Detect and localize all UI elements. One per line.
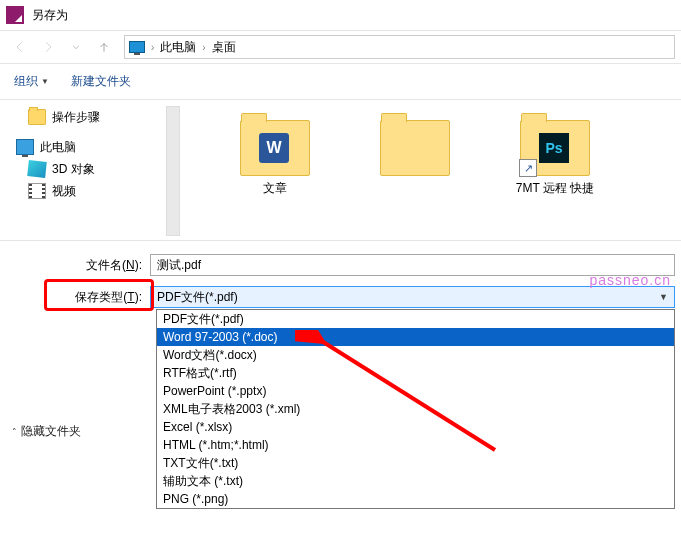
watermark: passneo.cn [589, 272, 671, 288]
tree-node-steps[interactable]: 操作步骤 [10, 106, 180, 128]
cube-icon [27, 160, 47, 178]
app-icon [6, 6, 24, 24]
shortcut-icon [519, 159, 537, 177]
option-rtf[interactable]: RTF格式(*.rtf) [157, 364, 674, 382]
folder-icon: Ps [520, 120, 590, 176]
folder-icon [28, 109, 46, 125]
tree-node-3d[interactable]: 3D 对象 [10, 158, 180, 180]
option-html[interactable]: HTML (*.htm;*.html) [157, 436, 674, 454]
back-button[interactable] [8, 35, 32, 59]
option-txt2[interactable]: 辅助文本 (*.txt) [157, 472, 674, 490]
option-txt[interactable]: TXT文件(*.txt) [157, 454, 674, 472]
film-icon [28, 183, 46, 199]
chevron-up-icon: ˄ [12, 427, 17, 437]
organize-button[interactable]: 组织▼ [14, 73, 49, 90]
folder-icon: W [240, 120, 310, 176]
tree-label: 此电脑 [40, 139, 76, 156]
option-png[interactable]: PNG (*.png) [157, 490, 674, 508]
savetype-value: PDF文件(*.pdf) [157, 289, 238, 306]
option-doc[interactable]: Word 97-2003 (*.doc) [157, 328, 674, 346]
pc-icon [16, 139, 34, 155]
folder-tree[interactable]: 操作步骤 此电脑 3D 对象 视频 [0, 100, 180, 240]
savetype-row: 保存类型(T): PDF文件(*.pdf) ▼ [0, 283, 675, 311]
tree-label: 视频 [52, 183, 76, 200]
window-title: 另存为 [32, 7, 68, 24]
chevron-right-icon: › [200, 42, 207, 53]
option-pptx[interactable]: PowerPoint (*.pptx) [157, 382, 674, 400]
fields-area: 文件名(N): 测试.pdf 保存类型(T): PDF文件(*.pdf) ▼ P… [0, 240, 681, 311]
file-pane[interactable]: W 文章 Ps 7MT 远程 快捷 [180, 100, 681, 240]
hide-folders-toggle[interactable]: ˄ 隐藏文件夹 [12, 423, 81, 440]
file-item[interactable]: W 文章 [230, 112, 320, 197]
tree-node-thispc[interactable]: 此电脑 [10, 136, 180, 158]
option-xml[interactable]: XML电子表格2003 (*.xml) [157, 400, 674, 418]
filename-label: 文件名(N): [0, 257, 150, 274]
savetype-dropdown[interactable]: PDF文件(*.pdf) Word 97-2003 (*.doc) Word文档… [156, 309, 675, 509]
history-dropdown[interactable] [64, 35, 88, 59]
savetype-combo[interactable]: PDF文件(*.pdf) ▼ [150, 286, 675, 308]
forward-button[interactable] [36, 35, 60, 59]
address-bar[interactable]: › 此电脑 › 桌面 [124, 35, 675, 59]
file-item[interactable] [370, 112, 460, 180]
word-icon: W [259, 133, 289, 163]
tree-node-video[interactable]: 视频 [10, 180, 180, 202]
main-area: 操作步骤 此电脑 3D 对象 视频 W 文章 Ps 7MT 远程 [0, 100, 681, 240]
file-label: 文章 [263, 180, 287, 197]
breadcrumb-folder[interactable]: 桌面 [212, 39, 236, 56]
filename-row: 文件名(N): 测试.pdf [0, 251, 675, 279]
chevron-down-icon: ▼ [659, 292, 668, 302]
tree-label: 操作步骤 [52, 109, 100, 126]
option-docx[interactable]: Word文档(*.docx) [157, 346, 674, 364]
titlebar: 另存为 [0, 0, 681, 30]
file-label: 7MT 远程 快捷 [516, 180, 594, 197]
tree-label: 3D 对象 [52, 161, 95, 178]
chevron-down-icon: ▼ [41, 77, 49, 86]
option-xlsx[interactable]: Excel (*.xlsx) [157, 418, 674, 436]
option-pdf[interactable]: PDF文件(*.pdf) [157, 310, 674, 328]
photoshop-icon: Ps [539, 133, 569, 163]
pc-icon [129, 41, 145, 53]
breadcrumb-root[interactable]: 此电脑 [160, 39, 196, 56]
folder-icon [380, 120, 450, 176]
nav-row: › 此电脑 › 桌面 [0, 30, 681, 64]
toolbar: 组织▼ 新建文件夹 [0, 64, 681, 100]
savetype-label: 保存类型(T): [0, 289, 150, 306]
up-button[interactable] [92, 35, 116, 59]
chevron-right-icon: › [149, 42, 156, 53]
new-folder-button[interactable]: 新建文件夹 [71, 73, 131, 90]
file-item[interactable]: Ps 7MT 远程 快捷 [510, 112, 600, 197]
